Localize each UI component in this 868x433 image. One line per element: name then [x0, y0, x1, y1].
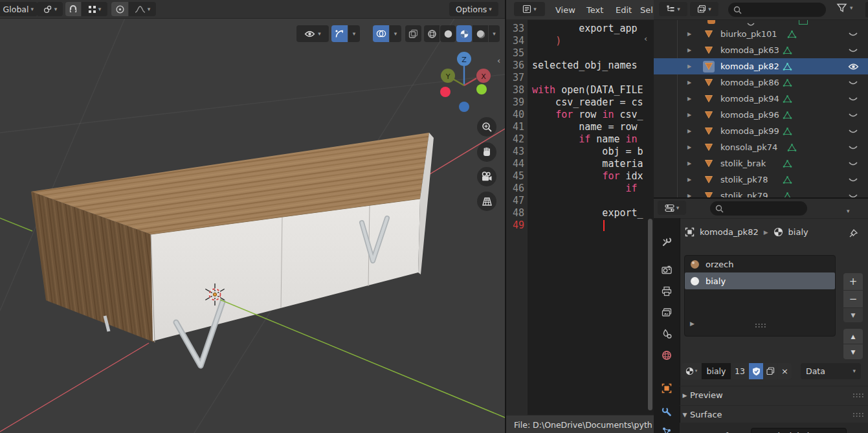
code-line[interactable]: 46 if [506, 183, 649, 195]
object-name[interactable]: stolik_pk78 [720, 175, 768, 184]
outliner-row[interactable]: ▶ konsola_pk74 [654, 139, 868, 155]
eye-closed-icon[interactable] [848, 113, 858, 119]
menu-text[interactable]: Text [586, 0, 603, 19]
object-name[interactable]: komoda_pk94 [720, 94, 779, 104]
object-name[interactable]: stolik_pk79 [720, 191, 768, 197]
code-area[interactable]: 33 export_app34 )3536selected_obj_names3… [506, 23, 649, 415]
transform-orientation-dropdown[interactable]: Global▾ [0, 2, 38, 16]
tool-tab[interactable] [655, 232, 678, 252]
breadcrumb-object[interactable]: komoda_pk82 [700, 227, 759, 237]
outliner-row[interactable]: ▶ komoda_pk82 [654, 58, 868, 74]
properties-options-dropdown[interactable]: ▾ [847, 203, 850, 216]
eye-closed-icon[interactable] [848, 177, 858, 184]
add-slot-button[interactable]: + [843, 273, 863, 290]
show-gizmo-toggle[interactable] [331, 25, 348, 42]
snap-with-dropdown[interactable]: ▾ [82, 2, 107, 16]
show-overlays-toggle[interactable] [373, 25, 389, 42]
eye-closed-icon[interactable] [848, 80, 858, 87]
mesh-object-icon[interactable] [703, 158, 715, 170]
outliner-row[interactable]: ▶ stolik_pk78 [654, 172, 868, 188]
material-name-field[interactable]: bialy [702, 363, 731, 379]
disclosure-triangle-icon[interactable]: ▶ [687, 177, 691, 183]
orthographic-toggle-button[interactable] [477, 192, 496, 211]
menu-view[interactable]: View [555, 0, 575, 19]
material-users-count[interactable]: 13 [731, 363, 748, 379]
move-slot-down-button[interactable]: ▼ [843, 344, 863, 359]
menu-edit[interactable]: Edit [616, 0, 632, 19]
code-line[interactable]: 38with open(DATA_FILE [506, 84, 649, 96]
mesh-data-icon[interactable] [783, 159, 792, 168]
code-line[interactable]: 44 materia [506, 158, 649, 170]
physics-tab[interactable] [655, 421, 678, 433]
zoom-button[interactable] [477, 117, 496, 137]
snap-toggle[interactable] [65, 2, 81, 16]
properties-search-input[interactable] [710, 201, 807, 216]
mesh-object-icon[interactable] [703, 126, 715, 137]
object-visibility-dropdown[interactable]: ▾ [296, 25, 329, 42]
options-dropdown[interactable]: Options ▾ [449, 2, 498, 16]
mesh-object-icon[interactable] [703, 109, 715, 121]
mesh-object-icon[interactable] [703, 45, 715, 56]
text-sidebar-collapse[interactable]: ‹ [644, 34, 647, 43]
outliner-row[interactable]: ▶ komoda_pk63 [654, 42, 868, 58]
object-name[interactable]: stolik_brak [720, 159, 766, 168]
gizmo-minus-y-ball[interactable] [476, 84, 487, 94]
mesh-data-icon[interactable] [783, 94, 792, 104]
mesh-object-icon[interactable] [703, 190, 715, 198]
text-editor[interactable]: ▾ View Text Edit Sel 33 export_app34 )35… [506, 0, 654, 433]
unlink-material-button[interactable]: × [778, 363, 792, 379]
code-line[interactable]: 45 for idx [506, 170, 649, 183]
outliner-row[interactable]: ▶ stolik_brak [654, 155, 868, 172]
code-line[interactable]: 35 [506, 47, 649, 60]
mesh-data-icon[interactable] [787, 143, 797, 152]
disclosure-triangle-icon[interactable]: ▶ [687, 128, 691, 134]
browse-material-dropdown[interactable]: ▾ [682, 363, 701, 379]
disclosure-triangle-icon[interactable]: ▶ [687, 193, 691, 197]
panel-grip-icon[interactable] [852, 393, 864, 398]
surface-shader-button[interactable]: Principled BSDF [751, 428, 847, 433]
3d-viewport[interactable]: Global▾ ▾ ▾ [0, 0, 505, 433]
modifiers-tab[interactable] [655, 401, 678, 422]
pivot-point-dropdown[interactable]: ▾ [37, 2, 63, 16]
mesh-data-icon[interactable] [783, 192, 792, 197]
outliner-row[interactable]: ▶ komoda_pk86 [654, 74, 868, 91]
object-name[interactable]: komoda_pk96 [720, 110, 779, 120]
mesh-data-icon[interactable] [783, 62, 792, 71]
slot-specials-dropdown[interactable]: ▼ [843, 308, 863, 322]
code-line[interactable]: 41 name = row [506, 121, 649, 133]
outliner-row[interactable]: ▶ biurko_pk101 [654, 26, 868, 42]
object-name[interactable]: biurko_pk101 [720, 29, 777, 39]
code-line[interactable]: 43 obj = b [506, 146, 649, 158]
output-tab[interactable] [655, 281, 678, 302]
eye-closed-icon[interactable] [848, 129, 858, 135]
disclosure-triangle-icon[interactable]: ▶ [687, 47, 691, 53]
eye-closed-icon[interactable] [848, 145, 858, 151]
material-link-dropdown[interactable]: Data ▾ [801, 363, 861, 379]
mesh-data-icon[interactable] [783, 111, 792, 120]
object-name[interactable]: komoda_pk82 [720, 61, 779, 71]
menu-select[interactable]: Sel [640, 0, 653, 19]
scene-tab[interactable] [655, 324, 678, 344]
fake-user-toggle[interactable] [749, 363, 763, 379]
mesh-object-icon[interactable] [703, 93, 715, 105]
filter-dropdown[interactable]: ▾ [836, 3, 853, 13]
code-line[interactable]: 34 ) [506, 35, 649, 47]
gizmo-minus-z-ball[interactable] [459, 102, 469, 112]
panel-preview[interactable]: ▶ Preview [680, 386, 868, 404]
object-name[interactable]: komoda_pk99 [720, 126, 779, 136]
slot-specials-expander[interactable]: ▶ [690, 320, 695, 327]
eye-closed-icon[interactable] [848, 32, 858, 38]
gizmo-dropdown[interactable]: ▾ [348, 25, 360, 42]
eye-closed-icon[interactable] [848, 96, 858, 103]
text-scrollbar[interactable] [648, 219, 652, 410]
code-line[interactable]: 48 export_ [506, 207, 649, 219]
object-name[interactable]: komoda_pk63 [720, 45, 779, 55]
overlays-dropdown[interactable]: ▾ [390, 25, 401, 42]
object-name[interactable]: konsola_pk74 [720, 142, 777, 152]
shading-wireframe-button[interactable] [424, 25, 440, 42]
proportional-falloff-dropdown[interactable]: ▾ [129, 2, 156, 16]
material-slot-row[interactable]: orzech [685, 256, 835, 272]
mesh-data-icon[interactable] [783, 175, 792, 184]
shading-rendered-button[interactable] [473, 25, 488, 42]
outliner-search-input[interactable] [728, 3, 826, 17]
